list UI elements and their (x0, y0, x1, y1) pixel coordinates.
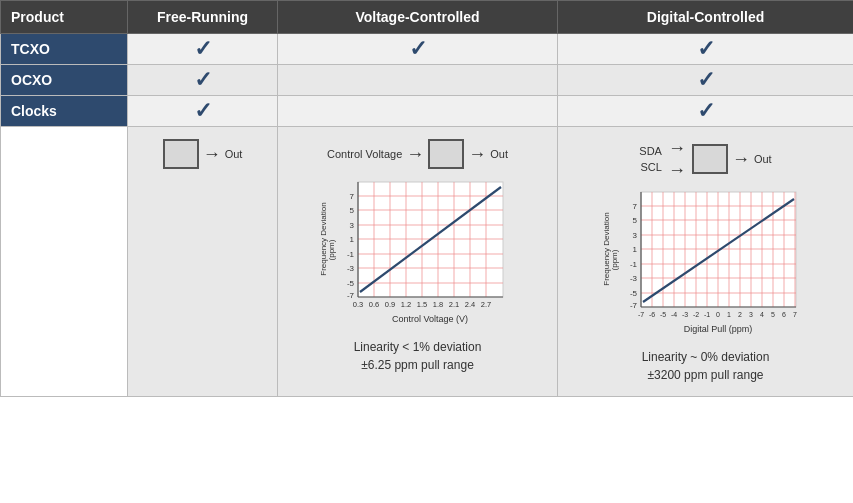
svg-text:0.6: 0.6 (368, 300, 378, 309)
free-running-diagram: → Out (136, 139, 269, 177)
svg-text:Digital Pull (ppm): Digital Pull (ppm) (683, 324, 752, 334)
voltage-controlled-diagram: Control Voltage → → Out (286, 139, 549, 374)
voltage-chart-container: 7 5 3 1 -1 -3 -5 -7 0.3 0.6 0.9 (286, 177, 549, 332)
sda-scl-labels: SDA SCL (639, 143, 662, 176)
digital-out-arrow: → (732, 150, 750, 168)
check-icon: ✓ (194, 36, 212, 61)
svg-text:-2: -2 (692, 311, 698, 318)
svg-text:4: 4 (760, 311, 764, 318)
svg-text:-5: -5 (346, 279, 354, 288)
clocks-voltage-empty (278, 96, 558, 127)
output-arrow: → (203, 145, 221, 163)
check-icon: ✓ (409, 36, 427, 61)
svg-text:3: 3 (749, 311, 753, 318)
svg-text:Control Voltage (V): Control Voltage (V) (391, 314, 467, 324)
svg-text:-1: -1 (629, 260, 637, 269)
svg-text:1: 1 (632, 245, 637, 254)
svg-text:2.7: 2.7 (480, 300, 490, 309)
control-arrow: → (406, 145, 424, 163)
svg-text:-3: -3 (681, 311, 687, 318)
table-row-clocks: Clocks ✓ ✓ (1, 96, 854, 127)
voltage-box (428, 139, 464, 169)
svg-text:-7: -7 (346, 291, 354, 300)
free-running-block: → Out (163, 139, 243, 169)
header-product: Product (1, 1, 128, 34)
tcxo-voltage-check: ✓ (278, 34, 558, 65)
svg-text:-3: -3 (629, 274, 637, 283)
svg-text:5: 5 (771, 311, 775, 318)
svg-text:-1: -1 (346, 250, 354, 259)
table-row-tcxo: TCXO ✓ ✓ ✓ (1, 34, 854, 65)
svg-text:6: 6 (782, 311, 786, 318)
clocks-digital-check: ✓ (558, 96, 854, 127)
svg-text:1.5: 1.5 (416, 300, 426, 309)
digital-out-label: Out (754, 153, 772, 165)
sda-arrow: → (668, 139, 686, 157)
scl-arrow: → (668, 161, 686, 179)
control-voltage-label: Control Voltage (327, 147, 402, 161)
svg-text:7: 7 (349, 192, 354, 201)
svg-text:7: 7 (793, 311, 797, 318)
svg-text:-4: -4 (670, 311, 676, 318)
digital-chart-container: 7 5 3 1 -1 -3 -5 -7 -7 -6 -5 -4 (566, 187, 845, 342)
svg-text:1: 1 (349, 235, 354, 244)
svg-text:1.2: 1.2 (400, 300, 410, 309)
svg-text:-5: -5 (629, 289, 637, 298)
svg-text:Frequency Deviation: Frequency Deviation (319, 202, 328, 275)
svg-text:1.8: 1.8 (432, 300, 442, 309)
clocks-free-check: ✓ (128, 96, 278, 127)
free-running-diagram-cell: → Out (128, 127, 278, 397)
svg-text:2.4: 2.4 (464, 300, 474, 309)
free-running-out-label: Out (225, 148, 243, 160)
check-icon: ✓ (697, 98, 715, 123)
product-tcxo: TCXO (1, 34, 128, 65)
svg-text:(ppm): (ppm) (610, 249, 619, 270)
svg-text:5: 5 (349, 206, 354, 215)
svg-text:0.9: 0.9 (384, 300, 394, 309)
svg-text:3: 3 (632, 231, 637, 240)
ocxo-free-check: ✓ (128, 65, 278, 96)
product-ocxo: OCXO (1, 65, 128, 96)
svg-text:2: 2 (738, 311, 742, 318)
tcxo-free-check: ✓ (128, 34, 278, 65)
header-free-running: Free-Running (128, 1, 278, 34)
voltage-chart-svg: 7 5 3 1 -1 -3 -5 -7 0.3 0.6 0.9 (318, 177, 518, 332)
product-clocks: Clocks (1, 96, 128, 127)
svg-text:0.3: 0.3 (352, 300, 362, 309)
voltage-block: Control Voltage → → Out (327, 139, 508, 169)
digital-arrows: → → (668, 139, 686, 179)
voltage-controlled-diagram-cell: Control Voltage → → Out (278, 127, 558, 397)
voltage-out-label: Out (490, 148, 508, 160)
ocxo-voltage-empty (278, 65, 558, 96)
svg-text:(ppm): (ppm) (327, 239, 336, 260)
svg-text:-3: -3 (346, 264, 354, 273)
free-running-box (163, 139, 199, 169)
ocxo-digital-check: ✓ (558, 65, 854, 96)
svg-text:Frequency Deviation: Frequency Deviation (602, 212, 611, 285)
check-icon: ✓ (194, 67, 212, 92)
digital-chart-svg: 7 5 3 1 -1 -3 -5 -7 -7 -6 -5 -4 (601, 187, 811, 342)
header-digital-controlled: Digital-Controlled (558, 1, 854, 34)
svg-text:5: 5 (632, 216, 637, 225)
svg-text:1: 1 (727, 311, 731, 318)
diagram-row: → Out Control Voltage → → (1, 127, 854, 397)
header-voltage-controlled: Voltage-Controlled (278, 1, 558, 34)
svg-text:-7: -7 (637, 311, 643, 318)
digital-controlled-diagram-cell: SDA SCL → → → Out (558, 127, 854, 397)
voltage-chart-caption: Linearity < 1% deviation ±6.25 ppm pull … (354, 338, 482, 374)
svg-text:0: 0 (716, 311, 720, 318)
check-icon: ✓ (194, 98, 212, 123)
svg-text:2.1: 2.1 (448, 300, 458, 309)
check-icon: ✓ (697, 36, 715, 61)
digital-controlled-diagram: SDA SCL → → → Out (566, 139, 845, 384)
comparison-table: Product Free-Running Voltage-Controlled … (0, 0, 853, 397)
svg-text:3: 3 (349, 221, 354, 230)
digital-box (692, 144, 728, 174)
tcxo-digital-check: ✓ (558, 34, 854, 65)
table-row-ocxo: OCXO ✓ ✓ (1, 65, 854, 96)
digital-block: SDA SCL → → → Out (639, 139, 771, 179)
svg-text:-7: -7 (629, 301, 637, 310)
voltage-out-arrow: → (468, 145, 486, 163)
digital-chart-caption: Linearity ~ 0% deviation ±3200 ppm pull … (642, 348, 770, 384)
svg-text:-1: -1 (703, 311, 709, 318)
